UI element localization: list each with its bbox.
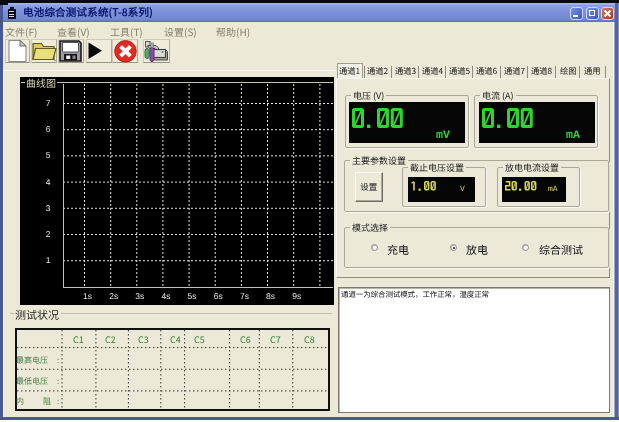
svg-text:3s: 3s	[135, 291, 144, 301]
svg-text:mV: mV	[436, 129, 450, 142]
svg-text:5s: 5s	[188, 291, 197, 301]
svg-text:9s: 9s	[292, 291, 301, 301]
svg-text:8s: 8s	[266, 291, 275, 301]
svg-text:7: 7	[46, 98, 51, 108]
svg-text:6s: 6s	[214, 291, 223, 301]
svg-text:7s: 7s	[240, 291, 249, 301]
svg-text:1s: 1s	[83, 291, 92, 301]
svg-text:4s: 4s	[161, 291, 170, 301]
svg-text:2s: 2s	[109, 291, 118, 301]
svg-text:6: 6	[46, 124, 51, 134]
svg-text:1: 1	[46, 255, 51, 265]
svg-text:2: 2	[46, 229, 51, 239]
svg-text:mA: mA	[548, 185, 558, 194]
svg-text:mA: mA	[566, 129, 580, 142]
svg-text:3: 3	[46, 203, 51, 213]
svg-text:4: 4	[46, 177, 51, 187]
svg-text:V: V	[460, 185, 465, 194]
svg-text:5: 5	[46, 150, 51, 160]
